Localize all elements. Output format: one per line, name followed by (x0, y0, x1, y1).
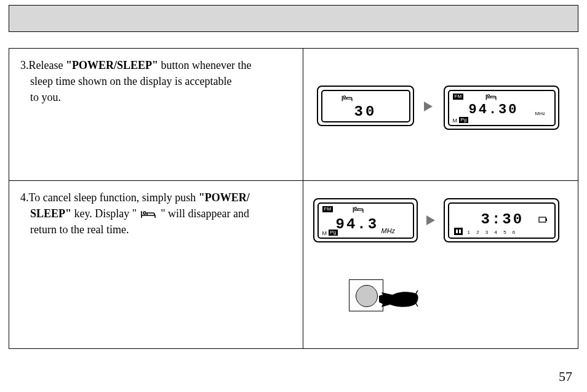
step-3-text: 3.Release "POWER/SLEEP" button whenever … (9, 49, 303, 180)
sleep-icon (140, 210, 158, 220)
fm-badge: FM (453, 94, 464, 100)
svg-rect-3 (456, 230, 458, 233)
battery-icon (538, 216, 548, 223)
m-label: M (453, 118, 458, 124)
power-sleep-button[interactable] (356, 285, 378, 307)
text: Release (29, 59, 66, 71)
text: " will disappear and (158, 207, 249, 220)
lcd-display-clock: 3:30 1 2 3 4 5 6 (444, 198, 559, 242)
lcd-display-sleep-time: 30 (317, 86, 414, 126)
step-number: 4. (20, 191, 29, 204)
lcd-value: 30 (354, 103, 377, 120)
arrow-icon (426, 215, 435, 225)
lcd-inner: FM 94.3 MHz M Pg (317, 202, 414, 239)
svg-rect-1 (546, 218, 547, 221)
bold-text: SLEEP" (30, 207, 71, 220)
text: to you. (20, 89, 292, 105)
step-4-text: 4.To cancel sleep function, simply push … (9, 181, 303, 348)
table-row: 3.Release "POWER/SLEEP" button whenever … (9, 49, 578, 181)
lcd-inner: FM 94.30 MHz M Pg (448, 90, 556, 126)
table-row: 4.To cancel sleep function, simply push … (9, 181, 578, 348)
unit-label: MHz (535, 111, 545, 116)
step-4-figure: FM 94.3 MHz M Pg 3:30 (303, 181, 578, 348)
unit-label: MHz (381, 227, 396, 234)
sleep-icon (485, 94, 498, 102)
paren-icon (413, 289, 420, 308)
bold-text: "POWER/ (199, 191, 250, 204)
sleep-icon (352, 206, 365, 215)
bold-text: "POWER/SLEEP" (66, 59, 158, 71)
pg-badge: Pg (459, 117, 469, 123)
lcd-value: 94.30 (469, 102, 519, 118)
pg-badge: Pg (329, 230, 338, 236)
fm-badge: FM (322, 206, 333, 212)
m-label: M (322, 230, 327, 236)
text: key. Display " (71, 207, 140, 220)
instruction-table: 3.Release "POWER/SLEEP" button whenever … (9, 48, 578, 349)
header-bar (9, 5, 578, 32)
sleep-icon (341, 95, 354, 103)
text: return to the real time. (20, 222, 292, 238)
step-number: 3. (20, 59, 29, 71)
step-3-figure: 30 FM 94.30 MHz M Pg (303, 49, 578, 180)
preset-numbers: 1 2 3 4 5 6 (468, 230, 518, 235)
lcd-display-frequency: FM 94.30 MHz M Pg (444, 86, 559, 130)
lcd-display-frequency: FM 94.3 MHz M Pg (313, 198, 418, 242)
page-icon (454, 228, 463, 235)
arrow-icon (424, 102, 433, 111)
text: To cancel sleep function, simply push (29, 191, 199, 204)
text: button whenever the (158, 59, 251, 71)
lcd-value: 94.3 (336, 216, 379, 233)
svg-rect-4 (459, 230, 461, 233)
page-number: 57 (559, 369, 572, 385)
svg-rect-0 (539, 217, 546, 222)
lcd-inner: 30 (321, 90, 410, 122)
lcd-value: 3:30 (481, 211, 524, 228)
text: sleep time shown on the display is accep… (20, 73, 292, 89)
svg-rect-2 (454, 228, 463, 235)
lcd-inner: 3:30 1 2 3 4 5 6 (448, 202, 556, 239)
